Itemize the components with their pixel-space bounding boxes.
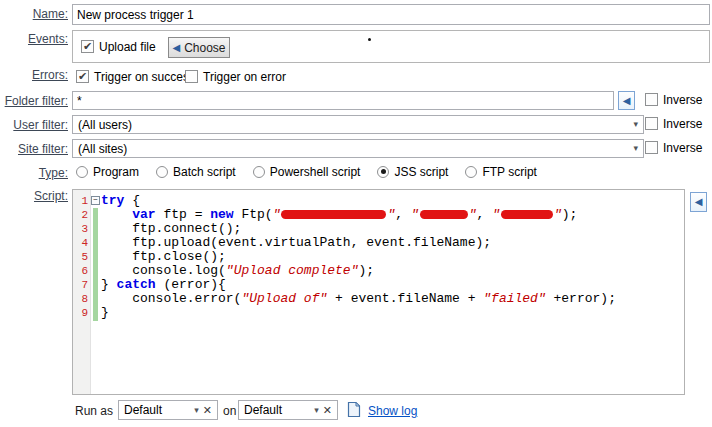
line-number: 5 [73,250,88,264]
redaction-mark [281,210,386,219]
site-filter-label: Site filter: [0,143,68,156]
chevron-down-icon: ▾ [194,406,199,415]
user-filter-dropdown[interactable]: (All users) ▾ [72,115,644,134]
line-number: 6 [73,264,88,278]
change-marker-strip [93,208,98,321]
radio-icon [465,166,477,178]
name-label: Name: [0,8,68,21]
code-line: ftp.upload(event.virtualPath, event.file… [101,236,684,250]
choose-button-label: Choose [184,41,225,55]
checkmark-icon: ✔ [83,41,92,52]
back-arrow-icon: ◀ [695,197,703,207]
run-as-value: Default [124,403,190,417]
trigger-on-error-checkbox[interactable]: ✔ [185,70,198,83]
type-radio-powershell-script[interactable]: Powershell script [253,165,361,179]
trigger-on-success-checkbox[interactable]: ✔ [76,70,89,83]
code-line: var ftp = new Ftp("", "", ""); [101,208,684,222]
run-as-dropdown[interactable]: Default ▾ ✕ [118,400,218,420]
line-number-gutter: 123456789 [73,190,91,394]
run-on-dropdown[interactable]: Default ▾ ✕ [238,400,338,420]
script-label: Script: [0,190,68,203]
user-filter-value: (All users) [78,118,629,132]
checkmark-icon: ✔ [78,71,87,82]
site-filter-dropdown[interactable]: (All sites) ▾ [72,139,644,158]
show-log-link[interactable]: Show log [368,404,417,418]
code-line: ftp.connect(); [101,222,684,236]
type-radio-label: Powershell script [270,165,361,179]
upload-file-checkbox[interactable]: ✔ [81,40,94,53]
folder-inverse-checkbox[interactable]: ✔ [645,93,658,106]
folder-filter-label: Folder filter: [0,95,68,108]
run-on-value: Default [244,403,310,417]
radio-icon [253,166,265,178]
user-filter-label: User filter: [0,119,68,132]
folder-filter-picker-button[interactable]: ◀ [618,91,635,110]
code-line: console.error("Upload of" + event.fileNa… [101,292,684,306]
radio-icon [377,166,389,178]
events-label: Events: [0,33,68,46]
site-filter-value: (All sites) [78,142,629,156]
type-radio-label: JSS script [394,165,448,179]
code-area[interactable]: try { var ftp = new Ftp("", "", ""); ftp… [101,194,684,320]
user-inverse-label: Inverse [663,117,702,131]
line-number: 2 [73,208,88,222]
script-picker-button[interactable]: ◀ [690,192,707,212]
line-number: 7 [73,278,88,292]
mouse-cursor-dot [368,38,371,41]
choose-button[interactable]: ◀ Choose [168,37,230,58]
code-line: } [101,306,684,320]
type-radio-label: Program [93,165,139,179]
code-line: console.log("Upload complete"); [101,264,684,278]
redaction-mark [501,210,553,219]
name-input[interactable] [72,4,710,25]
type-radio-program[interactable]: Program [76,165,139,179]
chevron-down-icon: ▾ [633,144,638,153]
line-number: 9 [73,306,88,320]
type-radio-label: Batch script [173,165,236,179]
code-line: try { [101,194,684,208]
line-number: 3 [73,222,88,236]
errors-label: Errors: [0,69,68,82]
type-radio-ftp-script[interactable]: FTP script [465,165,536,179]
trigger-on-success-label: Trigger on success [94,70,195,84]
site-inverse-label: Inverse [663,141,702,155]
site-inverse-checkbox[interactable]: ✔ [645,141,658,154]
line-number: 8 [73,292,88,306]
user-inverse-checkbox[interactable]: ✔ [645,117,658,130]
chevron-down-icon: ▾ [633,120,638,129]
back-arrow-icon: ◀ [623,96,631,106]
type-label: Type: [0,167,68,180]
fold-collapse-icon[interactable]: − [91,196,100,205]
upload-file-label: Upload file [99,40,156,54]
folder-filter-input[interactable] [72,91,614,110]
type-radio-group: ProgramBatch scriptPowershell scriptJSS … [76,163,537,180]
line-number: 1 [73,194,88,208]
radio-icon [156,166,168,178]
clear-icon[interactable]: ✕ [323,405,332,416]
back-arrow-icon: ◀ [172,43,180,53]
redaction-mark [420,210,468,219]
chevron-down-icon: ▾ [314,406,319,415]
type-radio-batch-script[interactable]: Batch script [156,165,236,179]
type-radio-label: FTP script [482,165,536,179]
code-line: } catch (error){ [101,278,684,292]
document-icon [347,401,361,421]
code-line: ftp.close(); [101,250,684,264]
radio-icon [76,166,88,178]
clear-icon[interactable]: ✕ [203,405,212,416]
run-as-label: Run as [75,404,113,418]
line-number: 4 [73,236,88,250]
events-groupbox: ✔ Upload file ◀ Choose [72,30,710,63]
on-label: on [223,404,236,418]
type-radio-jss-script[interactable]: JSS script [377,165,448,179]
trigger-on-error-label: Trigger on error [203,70,286,84]
folder-inverse-label: Inverse [663,93,702,107]
script-editor[interactable]: 123456789 − try { var ftp = new Ftp("", … [72,189,685,395]
